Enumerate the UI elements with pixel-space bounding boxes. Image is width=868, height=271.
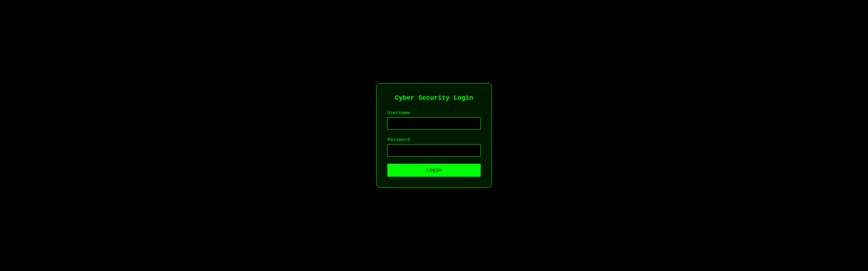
username-label: Username [387,110,481,116]
password-label: Password [387,137,481,142]
username-input[interactable] [387,117,481,130]
login-button[interactable]: Login [387,164,481,177]
password-input[interactable] [387,144,481,156]
username-group: Username [387,110,481,130]
password-group: Password [387,137,481,156]
login-card: Cyber Security Login Username Password L… [376,83,492,188]
login-title: Cyber Security Login [387,94,481,102]
